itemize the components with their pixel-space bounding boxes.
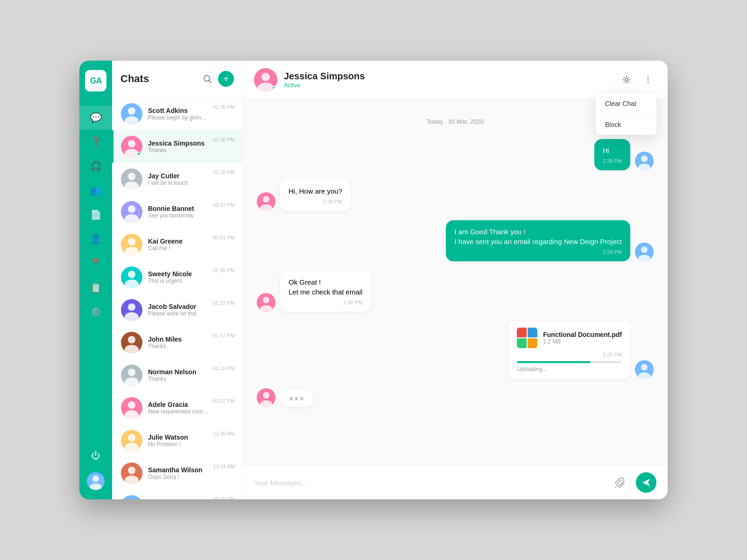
contact-info: John Miles Thanks — [148, 336, 209, 350]
search-button[interactable] — [199, 71, 215, 87]
svg-point-15 — [128, 205, 135, 213]
contact-info: Norman Nelson Thanks — [148, 368, 209, 382]
contact-preview: No Problem ! — [148, 441, 210, 448]
nav-settings[interactable]: ⚙️ — [79, 300, 112, 324]
uploading-label: Uploading... — [517, 366, 622, 372]
contact-time: 01:17 PM — [213, 333, 235, 338]
contact-info: Jacob Salvador Please work on this. — [148, 303, 209, 317]
chat-list-item[interactable]: Samantha Wilson Oops Sorry ! 11:15 AM — [112, 457, 242, 490]
message-time: 2:29 PM — [454, 249, 622, 255]
contact-info: Bonnie Bannet See you tomorrow — [148, 205, 209, 219]
chat-list-item[interactable]: Bonnie Bannet See you tomorrow 02:17 PM — [112, 196, 242, 228]
message-bubble: Hi, How are you? 2:30 PM — [280, 180, 351, 211]
recipient-avatar — [257, 192, 275, 211]
typing-dot — [295, 397, 298, 400]
sender-avatar — [635, 152, 654, 170]
chat-list-item[interactable]: Jay Cutler I will be in touch. 02:20 PM — [112, 163, 242, 196]
contact-preview: Please work on this. — [148, 310, 209, 317]
send-button[interactable] — [636, 472, 656, 493]
svg-point-39 — [128, 467, 135, 474]
contact-name: John Miles — [148, 336, 209, 343]
chat-list: Scott Adkins Please begin by giving ... … — [112, 98, 242, 499]
clear-chat-option[interactable]: Clear Chat — [596, 93, 656, 114]
more-icon — [643, 75, 653, 84]
contact-preview: Thanks — [148, 376, 209, 382]
gear-icon — [622, 75, 631, 84]
message-row: Hi 2:29 PM — [257, 139, 654, 170]
online-indicator — [272, 86, 276, 91]
svg-point-30 — [128, 369, 135, 376]
contact-avatar — [121, 430, 142, 451]
chat-list-item[interactable]: Scott Adkins Please begin by giving ... … — [112, 98, 242, 130]
chat-list-item[interactable]: Julie Watson No Problem ! 11:30 AM — [112, 424, 242, 457]
nav-people[interactable]: 👤 — [79, 227, 112, 251]
typing-dot — [289, 397, 293, 400]
chat-list-item[interactable]: Jacob Salvador Please work on this. 01:3… — [112, 294, 242, 326]
icon-sidebar: GA 💬 ❓ 🎧 👥 📄 👤 📍 📋 ⚙️ ⏻ — [79, 61, 112, 499]
attachment-button[interactable] — [611, 473, 629, 492]
chat-list-item[interactable]: Sweety Nicole This is urgent. 01:45 PM — [112, 261, 242, 294]
contact-name: Julie Watson — [148, 434, 210, 441]
contact-preview: Thanks — [148, 343, 209, 350]
svg-line-4 — [209, 81, 211, 83]
contact-avatar — [121, 168, 142, 190]
chat-header: Jessica Simpsons Active — [243, 61, 668, 99]
nav-power[interactable]: ⏻ — [79, 443, 112, 468]
nav-location[interactable]: 📍 — [79, 251, 112, 275]
nav-help[interactable]: ❓ — [79, 130, 112, 154]
add-chat-button[interactable]: + — [218, 71, 234, 87]
contact-avatar — [121, 103, 142, 125]
contact-name: Samantha Wilson — [148, 466, 210, 474]
contact-name: Jacob Salvador — [148, 303, 209, 310]
contact-time: 01:33 PM — [213, 300, 235, 306]
contact-name: Jessica Simpsons — [148, 140, 209, 147]
message-text: Hi, How are you? — [289, 186, 342, 196]
contact-avatar — [121, 201, 142, 223]
online-dot — [137, 152, 141, 156]
chat-header-actions — [618, 71, 656, 88]
date-divider: Today , 30 Mar, 2020 — [257, 118, 654, 125]
contact-preview: New requirement comes... — [148, 408, 209, 415]
more-options-button[interactable] — [640, 71, 656, 88]
message-text: Hi — [603, 146, 622, 155]
nav-chat[interactable]: 💬 — [79, 105, 112, 130]
nav-file[interactable]: 📋 — [79, 275, 112, 300]
messages-area[interactable]: Today , 30 Mar, 2020 Hi 2:29 PM — [243, 99, 668, 465]
contact-preview: This is urgent. — [148, 278, 209, 284]
chat-list-item[interactable]: John Smith Please... 08:30 AM — [112, 490, 242, 499]
contact-time: 11:15 AM — [213, 463, 235, 469]
nav-document[interactable]: 📄 — [79, 203, 112, 227]
file-info: Functional Document.pdf 1.2 MB — [517, 328, 622, 348]
contact-time: 02:20 PM — [213, 169, 235, 175]
svg-point-55 — [263, 196, 269, 203]
chat-list-item[interactable]: Kai Greene Call me ! 02:01 PM — [112, 228, 242, 261]
svg-point-1 — [92, 476, 99, 482]
message-row: Functional Document.pdf 1.2 MB 2:29 PM U… — [257, 321, 654, 379]
contact-name: Kai Greene — [148, 238, 209, 245]
message-input[interactable] — [254, 479, 604, 487]
chat-list-item[interactable]: Adele Gracia New requirement comes... 01… — [112, 392, 242, 424]
chat-list-panel: Chats + Scott Adkins Please begin by giv… — [112, 61, 243, 499]
svg-point-36 — [128, 434, 135, 441]
contact-info: Sweety Nicole This is urgent. — [148, 270, 209, 284]
upload-bar-container — [517, 361, 622, 363]
user-avatar[interactable] — [87, 472, 105, 490]
settings-button[interactable] — [618, 71, 635, 88]
contact-info: John Smith Please... — [148, 499, 210, 499]
svg-point-3 — [204, 76, 210, 81]
chat-list-item[interactable]: Norman Nelson Thanks 01:10 PM — [112, 359, 242, 392]
nav-team[interactable]: 👥 — [79, 178, 112, 203]
chat-list-item[interactable]: Jessica Simpsons Thanks 02:30 PM — [112, 130, 242, 163]
svg-point-52 — [641, 155, 648, 162]
chat-list-item[interactable]: John Miles Thanks 01:17 PM — [112, 326, 242, 359]
message-time: 2:30 PM — [289, 199, 342, 204]
svg-point-50 — [648, 82, 649, 84]
contact-name: John Smith — [148, 499, 210, 499]
contact-avatar — [121, 234, 142, 255]
message-row — [257, 388, 654, 407]
contact-preview: Thanks — [148, 147, 209, 154]
contact-avatar — [121, 136, 142, 157]
nav-headset[interactable]: 🎧 — [79, 154, 112, 178]
block-option[interactable]: Block — [596, 114, 656, 135]
contact-time: 11:30 AM — [213, 431, 235, 436]
